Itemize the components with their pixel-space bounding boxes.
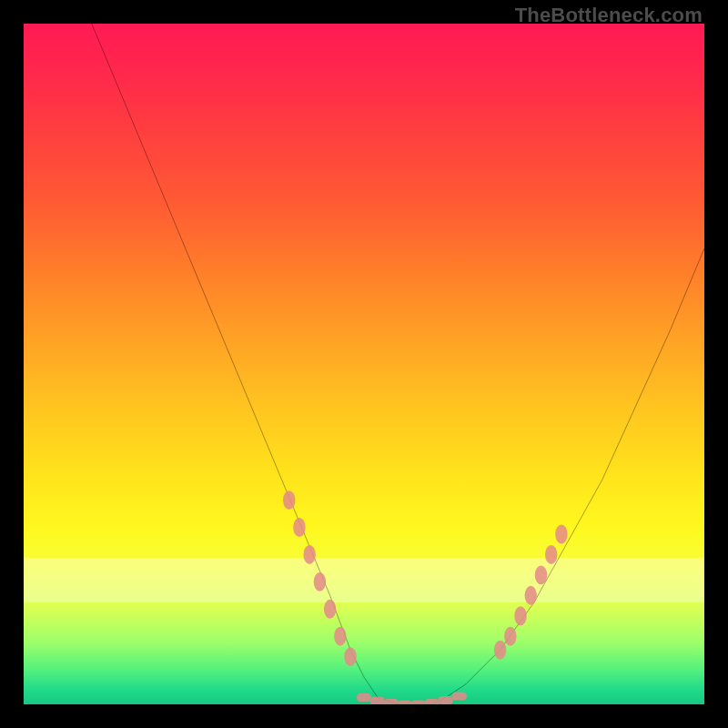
series-curve xyxy=(92,24,704,704)
marker-dash xyxy=(357,693,371,702)
marker-dash xyxy=(451,693,466,701)
chart-stage: TheBottleneck.com xyxy=(0,0,728,728)
marker-dot xyxy=(535,565,547,584)
marker-dot xyxy=(504,627,516,646)
marker-dot xyxy=(514,606,526,625)
watermark-text: TheBottleneck.com xyxy=(515,4,703,27)
marker-dot xyxy=(283,490,295,510)
marker-dash xyxy=(411,701,426,704)
marker-dot xyxy=(545,545,557,564)
marker-dot xyxy=(344,647,356,666)
marker-dash xyxy=(398,701,412,704)
series-soft-markers-left xyxy=(283,490,357,666)
series-soft-markers-right xyxy=(494,525,568,660)
marker-dash xyxy=(425,699,440,704)
marker-dash xyxy=(439,696,453,704)
chart-svg xyxy=(24,24,704,704)
curve-path xyxy=(92,24,704,704)
marker-dot xyxy=(293,518,305,537)
marker-dot xyxy=(334,627,346,646)
marker-dot xyxy=(303,545,315,564)
marker-dot xyxy=(314,572,326,592)
marker-dot xyxy=(324,600,336,619)
marker-dash xyxy=(370,697,385,704)
marker-dash xyxy=(384,699,399,704)
chart-plot-area xyxy=(24,24,704,704)
marker-dot xyxy=(555,525,567,544)
marker-dot xyxy=(494,641,506,660)
marker-dot xyxy=(525,586,537,605)
series-soft-markers-bottom xyxy=(357,693,467,704)
